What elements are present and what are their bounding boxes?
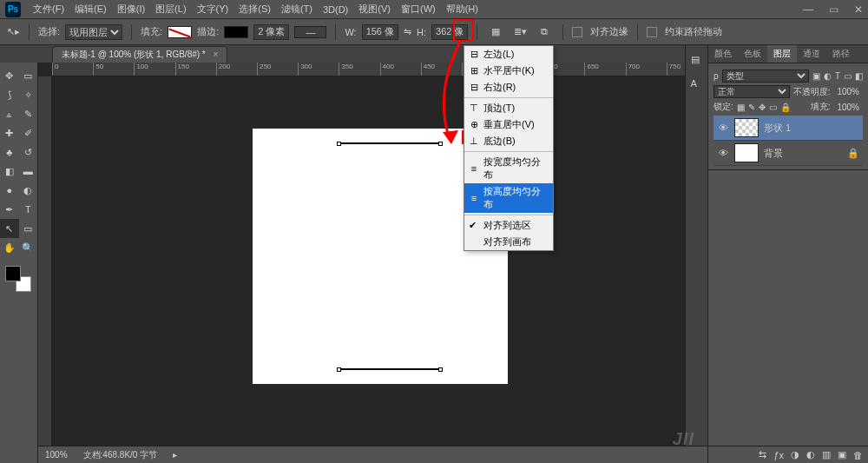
move-tool-icon: ↖▸ (7, 26, 20, 37)
fill-swatch[interactable] (168, 26, 192, 38)
stroke-swatch[interactable] (224, 26, 248, 38)
layer-kind-select[interactable]: 类型 (722, 69, 809, 83)
lasso-tool-icon[interactable]: ⟆ (0, 85, 19, 104)
select-target-dropdown[interactable]: 现用图层 (65, 24, 122, 40)
brush-tool-icon[interactable]: ✐ (19, 123, 38, 142)
path-select-tool-icon[interactable]: ↖ (0, 219, 19, 238)
adjustment-layer-icon[interactable]: ◐ (806, 449, 815, 460)
layer-item-background[interactable]: 👁 背景 🔒 (713, 141, 863, 166)
history-panel-icon[interactable]: ▤ (691, 54, 703, 66)
new-layer-icon[interactable]: ▣ (838, 449, 846, 460)
dodge-tool-icon[interactable]: ◐ (19, 181, 38, 200)
align-bottom-item[interactable]: ⊥底边(B) (464, 133, 553, 149)
align-vcenter-item[interactable]: ⊕垂直居中(V) (464, 116, 553, 133)
filter-image-icon[interactable]: ▣ (812, 71, 820, 81)
link-layers-icon[interactable]: ⇆ (759, 449, 766, 460)
visibility-icon[interactable]: 👁 (717, 148, 729, 158)
opacity-field[interactable]: 100% (833, 87, 863, 96)
lock-artboard-icon[interactable]: ▭ (769, 103, 777, 112)
blur-tool-icon[interactable]: ● (0, 181, 19, 200)
constrain-path-checkbox[interactable] (647, 27, 657, 37)
visibility-icon[interactable]: 👁 (717, 122, 729, 133)
align-to-selection-item[interactable]: 对齐到选区 (464, 217, 553, 234)
align-to-canvas-item[interactable]: 对齐到画布 (464, 234, 553, 250)
menu-image[interactable]: 图像(I) (112, 3, 150, 16)
align-top-item[interactable]: ⊤顶边(T) (464, 100, 553, 116)
filter-text-icon[interactable]: T (835, 71, 840, 81)
window-restore-icon[interactable]: ▭ (829, 3, 838, 16)
fill-opacity-field[interactable]: 100% (833, 103, 863, 112)
eyedropper-tool-icon[interactable]: ✎ (19, 104, 38, 123)
menu-select[interactable]: 选择(S) (233, 3, 276, 16)
distribute-height-item[interactable]: ≡按高度均匀分布 (464, 183, 553, 213)
blend-mode-select[interactable]: 正常 (713, 85, 790, 98)
tab-color[interactable]: 颜色 (708, 45, 738, 63)
lock-paint-icon[interactable]: ✎ (748, 103, 755, 112)
menu-text[interactable]: 文字(Y) (192, 3, 234, 16)
shape-line-bottom[interactable] (339, 368, 440, 370)
layer-mask-icon[interactable]: ◑ (791, 449, 799, 460)
distribute-width-item[interactable]: ≡按宽度均匀分布 (464, 154, 553, 183)
link-wh-icon[interactable]: ⇋ (404, 26, 411, 37)
width-field[interactable]: 156 像 (362, 24, 398, 40)
status-arrow-icon[interactable]: ▸ (173, 450, 177, 460)
filter-smart-icon[interactable]: ◧ (855, 71, 863, 81)
text-tool-icon[interactable]: T (19, 200, 38, 219)
align-edges-checkbox[interactable] (572, 27, 582, 37)
height-field[interactable]: 362 像 (431, 24, 468, 40)
menu-3d[interactable]: 3D(D) (318, 4, 353, 15)
path-operations-icon[interactable]: ▦ (486, 23, 505, 42)
delete-layer-icon[interactable]: 🗑 (853, 450, 863, 460)
crop-tool-icon[interactable]: ⟁ (0, 104, 19, 123)
tab-close-icon[interactable]: × (214, 50, 219, 59)
marquee-tool-icon[interactable]: ▭ (19, 66, 38, 85)
tab-channels[interactable]: 通道 (797, 45, 826, 63)
menu-help[interactable]: 帮助(H) (441, 3, 483, 16)
filter-shape-icon[interactable]: ▭ (844, 71, 852, 81)
gradient-tool-icon[interactable]: ▬ (19, 162, 38, 181)
zoom-level[interactable]: 100% (45, 450, 68, 460)
tab-layers[interactable]: 图层 (767, 45, 797, 63)
align-dropdown: ⊟左边(L) ⊞水平居中(K) ⊟右边(R) ⊤顶边(T) ⊕垂直居中(V) ⊥… (464, 45, 554, 251)
path-arrange-icon[interactable]: ⧉ (535, 23, 554, 42)
stamp-tool-icon[interactable]: ♣ (0, 142, 19, 162)
pen-tool-icon[interactable]: ✒ (0, 200, 19, 219)
shape-tool-icon[interactable]: ▭ (19, 219, 38, 238)
menu-view[interactable]: 视图(V) (353, 3, 396, 16)
magic-wand-tool-icon[interactable]: ✧ (19, 85, 38, 104)
window-minimize-icon[interactable]: — (803, 3, 813, 16)
lock-pixels-icon[interactable]: ▦ (737, 103, 745, 112)
menu-edit[interactable]: 编辑(E) (69, 3, 112, 16)
layer-item-shape1[interactable]: 👁 形状 1 (713, 116, 863, 141)
layer-style-icon[interactable]: ƒx (773, 450, 784, 460)
align-right-item[interactable]: ⊟右边(R) (464, 79, 553, 96)
stroke-width-field[interactable]: 2 像素 (253, 24, 289, 40)
move-tool-icon[interactable]: ✥ (0, 66, 19, 85)
lock-all-icon[interactable]: 🔒 (780, 103, 791, 112)
history-brush-icon[interactable]: ↺ (19, 142, 38, 162)
character-panel-icon[interactable]: A (691, 78, 703, 90)
tab-swatch[interactable]: 色板 (738, 45, 767, 63)
lock-position-icon[interactable]: ✥ (759, 103, 766, 112)
align-hcenter-item[interactable]: ⊞水平居中(K) (464, 63, 553, 79)
menu-file[interactable]: 文件(F) (28, 3, 69, 16)
group-icon[interactable]: ▥ (822, 449, 831, 460)
menu-filter[interactable]: 滤镜(T) (276, 3, 318, 16)
align-left-item[interactable]: ⊟左边(L) (464, 46, 553, 63)
fill-label: 填充: (141, 25, 162, 38)
canvas-area[interactable] (52, 76, 707, 446)
heal-tool-icon[interactable]: ✚ (0, 123, 19, 142)
document-tab[interactable]: 未标题-1 @ 100% (形状 1, RGB/8#) * × (52, 46, 227, 63)
tab-paths[interactable]: 路径 (826, 45, 856, 63)
stroke-style-dropdown[interactable]: — (294, 26, 326, 38)
menu-layer[interactable]: 图层(L) (150, 3, 191, 16)
menu-window[interactable]: 窗口(W) (396, 3, 441, 16)
zoom-tool-icon[interactable]: 🔍 (19, 238, 38, 257)
path-align-icon[interactable]: ≣▾ (510, 23, 529, 42)
shape-line-top[interactable] (339, 142, 440, 144)
filter-adjust-icon[interactable]: ◐ (824, 71, 832, 81)
foreground-background-swatch[interactable] (5, 266, 31, 292)
hand-tool-icon[interactable]: ✋ (0, 238, 19, 257)
eraser-tool-icon[interactable]: ◧ (0, 162, 19, 181)
window-close-icon[interactable]: ✕ (854, 3, 863, 16)
